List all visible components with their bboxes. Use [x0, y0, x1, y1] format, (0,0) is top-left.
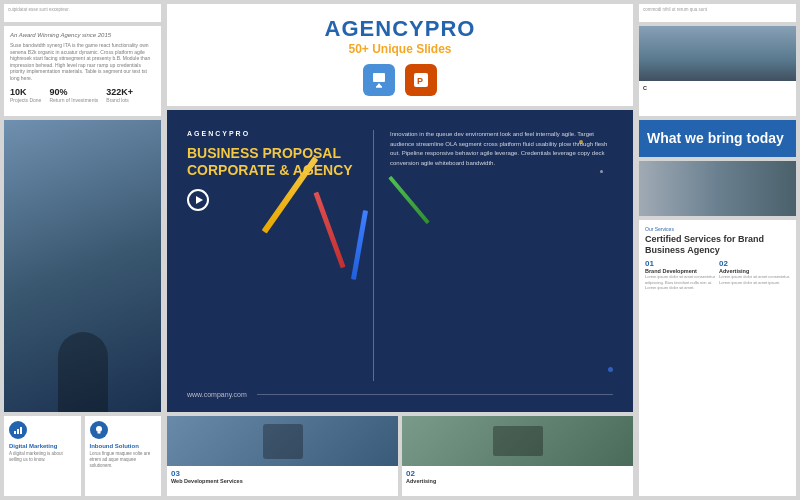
- stat-brand-num: 322K+: [106, 87, 133, 97]
- advertising-image: [402, 416, 633, 466]
- web-dev-image: [167, 416, 398, 466]
- right-top-image: [639, 26, 796, 81]
- digital-marketing-icon: [9, 421, 27, 439]
- top-partial-right: commodi nihil ut rerum qua sunt: [639, 4, 796, 22]
- services-card: Our Services Certified Services for Bran…: [639, 220, 796, 496]
- stat-brand-label: Brand lots: [106, 97, 133, 103]
- slide-divider: [373, 130, 374, 381]
- web-dev-num: 03: [171, 469, 394, 478]
- slide-right-section: Innovation in the queue dev environment …: [390, 130, 613, 381]
- svg-rect-4: [97, 432, 100, 434]
- top-partial-left-text: cuipidatat esse sunt excepteur.: [4, 4, 161, 15]
- services-grid: 01 Brand Development Lorem ipsum dolor s…: [645, 259, 790, 290]
- keynote-svg: [370, 71, 388, 89]
- inbound-solution-title: Inbound Solution: [90, 443, 157, 449]
- top-partial-left: cuipidatat esse sunt excepteur.: [4, 4, 161, 22]
- stats-row: 10K Projects Done 90% Return of Investme…: [10, 87, 155, 103]
- slide-url: www.company.com: [187, 391, 247, 398]
- stat-roi: 90% Return of Investments: [49, 87, 98, 103]
- svg-rect-5: [373, 73, 385, 82]
- service-num-02: 02: [719, 259, 790, 268]
- advertising-text: 02 Advertising: [402, 466, 633, 487]
- svg-rect-2: [20, 427, 22, 434]
- what-bring-card: What we bring today: [639, 120, 796, 157]
- web-dev-card: 03 Web Development Services: [167, 416, 398, 496]
- award-text: An Award Winning Agency since 2015: [10, 32, 155, 38]
- slide-footer-line: [257, 394, 613, 395]
- chart-icon: [13, 425, 23, 435]
- center-column: AGENCYPRO 50+ Unique Slides P: [165, 0, 635, 500]
- stat-brand: 322K+ Brand lots: [106, 87, 133, 103]
- slide-footer: www.company.com: [187, 391, 613, 398]
- app-icons-row: P: [175, 64, 625, 96]
- play-button[interactable]: [187, 189, 209, 211]
- advertising-num: 02: [406, 469, 629, 478]
- svg-rect-0: [14, 431, 16, 434]
- stat-projects-num: 10K: [10, 87, 41, 97]
- slide-body-text: Innovation in the queue dev environment …: [390, 130, 613, 168]
- top-partial-right-text: commodi nihil ut rerum qua sunt: [639, 4, 796, 15]
- right-top-card: C: [639, 26, 796, 116]
- keynote-icon[interactable]: [363, 64, 395, 96]
- left-middle-card: [4, 120, 161, 412]
- main-container: cuipidatat esse sunt excepteur. An Award…: [0, 0, 800, 500]
- center-bottom-row: 03 Web Development Services 02 Advertisi…: [167, 416, 633, 496]
- inbound-solution-icon: [90, 421, 108, 439]
- right-top-body: C: [639, 81, 796, 95]
- svg-rect-1: [17, 429, 19, 434]
- stat-roi-num: 90%: [49, 87, 98, 97]
- slides-subtitle: 50+ Unique Slides: [175, 42, 625, 56]
- powerpoint-icon[interactable]: P: [405, 64, 437, 96]
- digital-marketing-body: A digital marketing is about selling us …: [9, 451, 76, 463]
- award-card: An Award Winning Agency since 2015 Suse …: [4, 26, 161, 116]
- svg-text:P: P: [417, 76, 423, 86]
- right-top-label: C: [643, 85, 792, 91]
- service-text-brand: Lorem ipsum dolor sit amet consectetur a…: [645, 274, 716, 290]
- svg-point-3: [96, 426, 102, 432]
- service-text-advertising: Lorem ipsum dolor sit amet consectetur. …: [719, 274, 790, 284]
- advertising-label: Advertising: [406, 478, 629, 484]
- left-bottom-cards: Digital Marketing A digital marketing is…: [4, 416, 161, 496]
- stat-projects-label: Projects Done: [10, 97, 41, 103]
- left-column: cuipidatat esse sunt excepteur. An Award…: [0, 0, 165, 500]
- digital-marketing-card: Digital Marketing A digital marketing is…: [4, 416, 81, 496]
- slide-main-title: BUSINESS PROPOSAL CORPORATE & AGENCY: [187, 145, 357, 179]
- digital-marketing-title: Digital Marketing: [9, 443, 76, 449]
- main-slide: AGENCYPRO BUSINESS PROPOSAL CORPORATE & …: [167, 110, 633, 412]
- right-what-image: [639, 161, 796, 216]
- stat-projects: 10K Projects Done: [10, 87, 41, 103]
- agency-name: AGENCYPRO: [175, 16, 625, 42]
- what-bring-title: What we bring today: [647, 130, 788, 147]
- bulb-icon: [94, 425, 104, 435]
- slide-left-section: AGENCYPRO BUSINESS PROPOSAL CORPORATE & …: [187, 130, 357, 381]
- service-num-01: 01: [645, 259, 716, 268]
- advertising-card: 02 Advertising: [402, 416, 633, 496]
- web-dev-text: 03 Web Development Services: [167, 466, 398, 487]
- center-header: AGENCYPRO 50+ Unique Slides P: [167, 4, 633, 106]
- service-item-advertising: 02 Advertising Lorem ipsum dolor sit ame…: [719, 259, 790, 290]
- web-dev-label: Web Development Services: [171, 478, 394, 484]
- stat-roi-label: Return of Investments: [49, 97, 98, 103]
- our-services-label: Our Services: [645, 226, 790, 232]
- inbound-solution-body: Lorus fingue maquee volte are etrem ad a…: [90, 451, 157, 469]
- slide-content: AGENCYPRO BUSINESS PROPOSAL CORPORATE & …: [187, 130, 613, 381]
- services-title: Certified Services for Brand Business Ag…: [645, 234, 790, 256]
- right-column: commodi nihil ut rerum qua sunt C What w…: [635, 0, 800, 500]
- left-body-text: Suse bandwidth synerg ITA is the game re…: [10, 42, 155, 81]
- ppt-svg: P: [412, 71, 430, 89]
- service-item-brand: 01 Brand Development Lorem ipsum dolor s…: [645, 259, 716, 290]
- slide-brand-name: AGENCYPRO: [187, 130, 357, 137]
- inbound-solution-card: Inbound Solution Lorus fingue maquee vol…: [85, 416, 162, 496]
